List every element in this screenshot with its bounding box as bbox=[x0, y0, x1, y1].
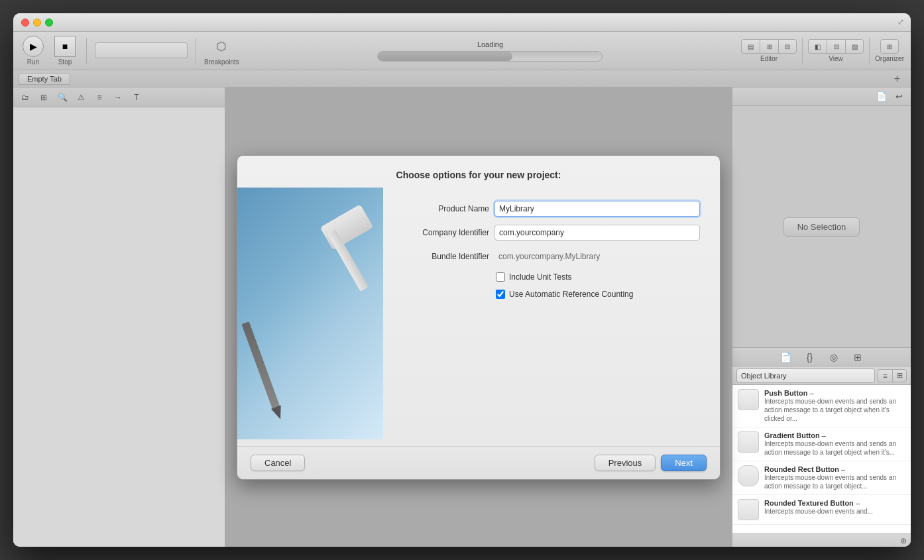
stop-button[interactable]: ■ Stop bbox=[52, 36, 78, 66]
tab-label: Empty Tab bbox=[27, 75, 62, 83]
hammer-shape bbox=[310, 201, 376, 294]
company-id-row: Company Identifier bbox=[403, 225, 700, 241]
stop-label: Stop bbox=[58, 58, 72, 66]
new-project-dialog: Choose options for your new project: bbox=[237, 155, 721, 480]
rounded-rect-button-text: Rounded Rect Button – Intercepts mouse-d… bbox=[764, 465, 905, 490]
scheme-button[interactable] bbox=[95, 42, 188, 60]
previous-button[interactable]: Previous bbox=[595, 455, 656, 471]
gradient-button-text: Gradient Button – Intercepts mouse-down … bbox=[764, 431, 905, 457]
arc-row: Use Automatic Reference Counting bbox=[403, 290, 700, 299]
organizer-button[interactable]: ⊞ bbox=[880, 39, 899, 54]
dialog-body: Product Name Company Identifier Bundle I… bbox=[237, 188, 720, 446]
breakpoints-label: Breakpoints bbox=[204, 58, 239, 66]
expand-icon[interactable]: ⤢ bbox=[897, 17, 904, 27]
rounded-rect-button-desc: Intercepts mouse-down events and sends a… bbox=[764, 473, 905, 490]
sidebar-search-icon[interactable]: 🔍 bbox=[54, 91, 70, 104]
rounded-rect-button-title: Rounded Rect Button – bbox=[764, 465, 905, 473]
rounded-textured-button-text: Rounded Textured Button – Intercepts mou… bbox=[764, 499, 905, 520]
sidebar-arrow-icon[interactable]: → bbox=[110, 91, 126, 104]
lib-file-icon[interactable]: 📄 bbox=[780, 351, 793, 364]
arc-label: Use Automatic Reference Counting bbox=[509, 290, 633, 299]
sidebar-list-icon[interactable]: ≡ bbox=[91, 91, 107, 104]
view-group: ◧ ⊟ ▨ View bbox=[808, 39, 864, 62]
list-item[interactable]: Rounded Textured Button – Intercepts mou… bbox=[732, 495, 911, 525]
editor-group: ▤ ⊞ ⊟ Editor bbox=[741, 39, 797, 62]
no-selection-label: No Selection bbox=[783, 217, 860, 237]
maximize-button[interactable] bbox=[45, 19, 53, 27]
product-name-row: Product Name bbox=[403, 201, 700, 217]
editor-assistant-button[interactable]: ⊞ bbox=[760, 39, 778, 54]
rounded-textured-button-icon bbox=[738, 499, 759, 520]
view-nav-button[interactable]: ◧ bbox=[808, 39, 827, 54]
lib-grid-icon[interactable]: ⊞ bbox=[851, 351, 864, 364]
scheme-input[interactable] bbox=[95, 42, 188, 58]
editor-buttons: ▤ ⊞ ⊟ bbox=[741, 39, 797, 54]
bundle-id-input bbox=[494, 249, 700, 264]
main-area: 🗂 ⊞ 🔍 ⚠ ≡ → T Choose options for your ne… bbox=[13, 87, 911, 547]
list-item[interactable]: Push Button – Intercepts mouse-down even… bbox=[732, 385, 911, 427]
minimize-button[interactable] bbox=[33, 19, 41, 27]
breakpoints-icon: ⬡ bbox=[211, 36, 232, 57]
loading-container: Loading bbox=[245, 40, 736, 62]
view-utility-button[interactable]: ▨ bbox=[845, 39, 864, 54]
empty-tab[interactable]: Empty Tab bbox=[19, 73, 70, 85]
add-tab-button[interactable]: + bbox=[889, 73, 905, 85]
loading-bar bbox=[377, 51, 603, 62]
bundle-id-row: Bundle Identifier bbox=[403, 249, 700, 264]
list-item[interactable]: Gradient Button – Intercepts mouse-down … bbox=[732, 427, 911, 461]
product-name-input[interactable] bbox=[494, 201, 700, 217]
right-top-toolbar: 📄 ↩ bbox=[732, 87, 911, 106]
push-button-title: Push Button – bbox=[764, 389, 905, 397]
lib-object-icon[interactable]: ◎ bbox=[827, 351, 840, 364]
next-button[interactable]: Next bbox=[661, 455, 707, 471]
separator-2 bbox=[196, 38, 196, 64]
organizer-group: ⊞ Organizer bbox=[875, 39, 904, 62]
titlebar: ⤢ bbox=[13, 13, 911, 32]
dialog-overlay: Choose options for your new project: bbox=[225, 87, 732, 547]
run-button[interactable]: ▶ Run bbox=[20, 36, 46, 66]
right-bottom: 📄 {} ◎ ⊞ Object Library ≡ ⊞ bbox=[732, 348, 911, 547]
right-back-icon[interactable]: ↩ bbox=[892, 90, 905, 103]
right-file-icon[interactable]: 📄 bbox=[875, 90, 888, 103]
gradient-button-icon bbox=[738, 431, 759, 453]
library-grid-view-button[interactable]: ⊞ bbox=[892, 369, 907, 382]
unit-tests-row: Include Unit Tests bbox=[403, 272, 700, 282]
library-select[interactable]: Object Library bbox=[736, 368, 875, 383]
arc-checkbox[interactable] bbox=[496, 290, 505, 299]
library-selector-row: Object Library ≡ ⊞ bbox=[732, 366, 911, 385]
main-window: ⤢ ▶ Run ■ Stop ⬡ Breakpoints Loading bbox=[13, 13, 911, 547]
library-list: Push Button – Intercepts mouse-down even… bbox=[732, 385, 911, 533]
library-bottom-icon[interactable]: ⊕ bbox=[900, 536, 907, 545]
close-button[interactable] bbox=[21, 19, 29, 27]
company-id-input[interactable] bbox=[494, 225, 700, 241]
dialog-image bbox=[237, 188, 383, 439]
toolbar-right: ▤ ⊞ ⊟ Editor ◧ ⊟ ▨ View ⊞ Organizer bbox=[741, 38, 904, 64]
view-buttons: ◧ ⊟ ▨ bbox=[808, 39, 864, 54]
rounded-textured-button-desc: Intercepts mouse-down events and... bbox=[764, 507, 905, 516]
gradient-button-title: Gradient Button – bbox=[764, 431, 905, 439]
lib-code-icon[interactable]: {} bbox=[803, 351, 817, 364]
run-icon: ▶ bbox=[23, 36, 44, 57]
left-sidebar: 🗂 ⊞ 🔍 ⚠ ≡ → T bbox=[13, 87, 225, 547]
library-list-view-button[interactable]: ≡ bbox=[878, 369, 892, 382]
bundle-id-label: Bundle Identifier bbox=[403, 252, 489, 261]
view-debug-button[interactable]: ⊟ bbox=[827, 39, 845, 54]
editor-version-button[interactable]: ⊟ bbox=[778, 39, 797, 54]
rounded-rect-button-icon bbox=[738, 465, 759, 486]
sidebar-warning-icon[interactable]: ⚠ bbox=[73, 91, 89, 104]
hammer-head bbox=[320, 204, 374, 251]
sidebar-class-icon[interactable]: ⊞ bbox=[36, 91, 52, 104]
sidebar-text-icon[interactable]: T bbox=[129, 91, 144, 104]
include-unit-tests-checkbox[interactable] bbox=[496, 272, 505, 282]
run-label: Run bbox=[27, 58, 39, 66]
right-bottom-toolbar: 📄 {} ◎ ⊞ bbox=[732, 348, 911, 366]
breakpoints-button[interactable]: ⬡ Breakpoints bbox=[204, 36, 239, 66]
library-bottom-bar: ⊕ bbox=[732, 533, 911, 547]
sidebar-folder-icon[interactable]: 🗂 bbox=[17, 91, 33, 104]
separator-1 bbox=[86, 38, 87, 64]
loading-label: Loading bbox=[477, 40, 503, 48]
list-item[interactable]: Rounded Rect Button – Intercepts mouse-d… bbox=[732, 461, 911, 495]
editor-standard-button[interactable]: ▤ bbox=[741, 39, 760, 54]
dialog-form: Product Name Company Identifier Bundle I… bbox=[383, 188, 720, 439]
cancel-button[interactable]: Cancel bbox=[251, 455, 305, 471]
